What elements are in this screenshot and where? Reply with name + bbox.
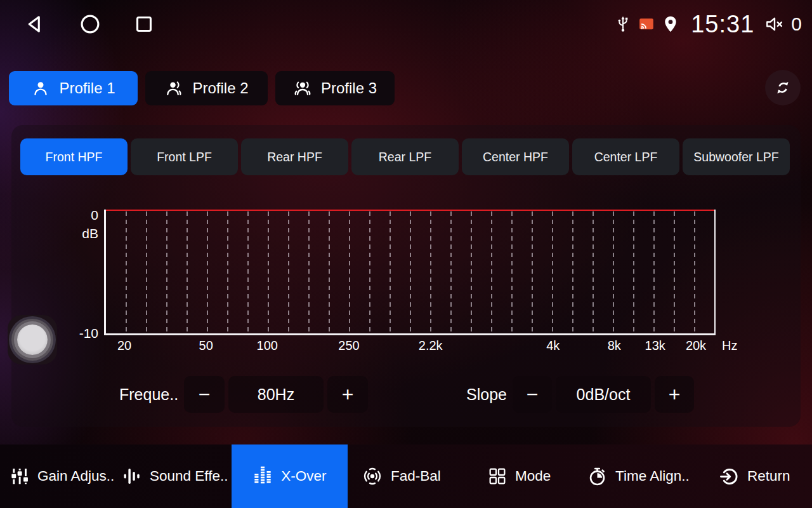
- profile-2-tab[interactable]: Profile 2: [145, 71, 268, 105]
- slope-label: Slope: [466, 376, 507, 413]
- tab-subwoofer-lpf[interactable]: Subwoofer LPF: [683, 138, 790, 175]
- nav-item-xover[interactable]: X-Over: [232, 444, 348, 508]
- chart-grid-area: [126, 210, 695, 333]
- frequency-plus-button[interactable]: +: [327, 376, 368, 413]
- recents-icon[interactable]: [133, 13, 155, 35]
- gridline: [308, 211, 310, 333]
- tab-rear-lpf[interactable]: Rear LPF: [351, 138, 459, 175]
- nav-item-label: Fad-Bal: [391, 468, 441, 485]
- nav-item-label: Gain Adjus..: [37, 468, 114, 485]
- tab-label: Front LPF: [157, 150, 212, 164]
- tab-label: Front HPF: [46, 150, 103, 164]
- gridline: [511, 211, 513, 333]
- gridline: [572, 211, 573, 333]
- status-tray: 15:31 0: [614, 0, 802, 48]
- gridline: [674, 211, 675, 333]
- slope-plus-button[interactable]: +: [655, 376, 694, 413]
- gridline: [349, 211, 350, 333]
- x-tick-label: 2.2k: [419, 338, 443, 353]
- nav-item-fad-bal[interactable]: Fad-Bal: [362, 444, 441, 508]
- volume-level: 0: [791, 13, 802, 35]
- floating-knob-button[interactable]: [8, 315, 57, 364]
- knob-circle-icon: [17, 324, 48, 355]
- volume-muted-icon: [764, 14, 785, 34]
- sound-wave-icon: [122, 466, 142, 486]
- nav-item-sound-effects[interactable]: Sound Effe..: [122, 444, 228, 508]
- x-tick-label: 8k: [608, 338, 621, 353]
- stopwatch-icon: [587, 466, 608, 487]
- gridline: [187, 211, 188, 333]
- gridline: [450, 211, 452, 333]
- gridline: [329, 211, 330, 333]
- tab-front-hpf[interactable]: Front HPF: [20, 138, 128, 175]
- filter-tabs: Front HPF Front LPF Rear HPF Rear LPF Ce…: [20, 138, 790, 175]
- equalizer-bars-icon: [252, 466, 273, 486]
- profile-label: Profile 1: [59, 79, 115, 97]
- profile-label: Profile 2: [192, 79, 248, 97]
- nav-item-label: Return: [747, 468, 790, 485]
- gridline: [207, 211, 208, 333]
- tab-label: Subwoofer LPF: [693, 150, 778, 164]
- tab-label: Center LPF: [594, 150, 658, 164]
- fader-balance-icon: [362, 465, 383, 487]
- nav-item-return[interactable]: Return: [719, 444, 790, 508]
- gridline: [694, 211, 695, 333]
- sync-icon: [773, 78, 792, 97]
- gridline: [471, 211, 472, 333]
- location-icon: [661, 14, 680, 34]
- tab-center-hpf[interactable]: Center HPF: [462, 138, 569, 175]
- nav-item-label: Sound Effe..: [150, 468, 228, 485]
- y-tick-bottom: -10: [60, 326, 98, 340]
- clock: 15:31: [691, 11, 754, 38]
- profile-tabs: Profile 1 Profile 2 Profile 3: [9, 71, 395, 105]
- bottom-nav-bar: Gain Adjus.. Sound Effe.. X-Over: [0, 444, 812, 508]
- y-tick-top: 0: [60, 208, 98, 222]
- gridline: [390, 211, 391, 333]
- mode-grid-icon: [487, 466, 508, 486]
- gridline: [430, 211, 431, 333]
- gridline: [146, 211, 147, 333]
- x-axis-unit: Hz: [722, 338, 737, 353]
- x-tick-label: 4k: [546, 338, 560, 353]
- x-tick-label: 20k: [686, 338, 706, 353]
- tab-center-lpf[interactable]: Center LPF: [572, 138, 679, 175]
- response-curve: [106, 210, 714, 211]
- gridline: [247, 211, 249, 333]
- nav-item-label: Mode: [515, 468, 551, 485]
- x-tick-label: 250: [338, 338, 359, 353]
- system-nav: [24, 0, 155, 48]
- x-tick-label: 100: [257, 338, 278, 353]
- gridline: [593, 211, 594, 333]
- reset-button[interactable]: [765, 70, 801, 105]
- gridline: [633, 211, 634, 333]
- gridline: [532, 211, 533, 333]
- profile-3-tab[interactable]: Profile 3: [275, 71, 395, 105]
- crossover-chart: 0 dB -10 20501002502.2k4k8k13k20k Hz: [104, 210, 716, 335]
- gridline: [369, 211, 370, 333]
- tab-front-lpf[interactable]: Front LPF: [131, 138, 238, 175]
- frequency-minus-button[interactable]: −: [184, 376, 225, 413]
- nav-item-gain-adjust[interactable]: Gain Adjus..: [10, 444, 114, 508]
- frequency-label: Freque..: [119, 376, 178, 413]
- person-wave-both-icon: [293, 79, 312, 98]
- gridline: [613, 211, 614, 333]
- nav-item-label: X-Over: [281, 468, 326, 485]
- tab-rear-hpf[interactable]: Rear HPF: [241, 138, 348, 175]
- nav-item-mode[interactable]: Mode: [487, 444, 551, 508]
- back-icon[interactable]: [24, 13, 47, 36]
- x-tick-label: 20: [117, 338, 131, 353]
- home-icon[interactable]: [79, 13, 102, 36]
- gridline: [126, 211, 127, 333]
- chart-x-ticks: 20501002502.2k4k8k13k20k: [124, 338, 696, 355]
- person-wave-right-icon: [164, 79, 183, 98]
- slope-minus-button[interactable]: −: [513, 376, 552, 413]
- nav-item-time-align[interactable]: Time Align..: [587, 444, 690, 508]
- head-unit-screen: 15:31 0 Profile 1 Profile 2: [0, 0, 812, 508]
- nav-item-label: Time Align..: [615, 468, 690, 485]
- gain-sliders-icon: [10, 466, 30, 486]
- gridline: [552, 211, 553, 333]
- gridline: [268, 211, 269, 333]
- profile-1-tab[interactable]: Profile 1: [9, 71, 138, 105]
- gridline: [288, 211, 289, 333]
- profile-label: Profile 3: [321, 79, 377, 97]
